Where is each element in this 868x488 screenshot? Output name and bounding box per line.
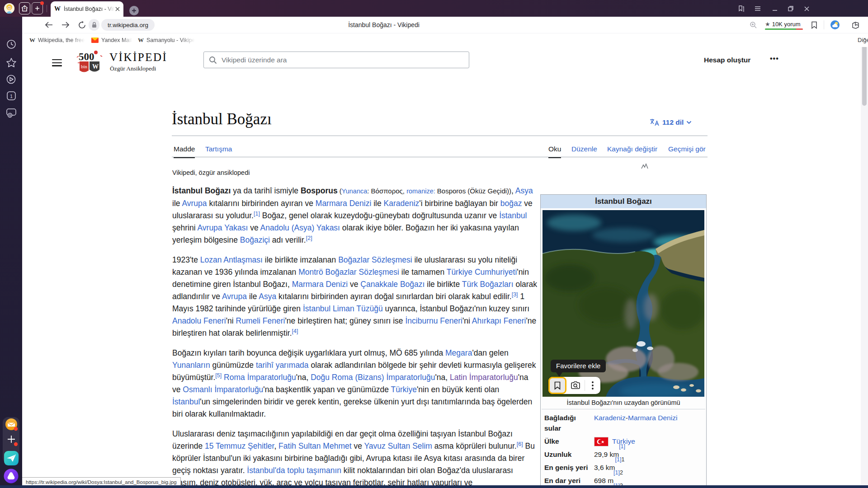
reload-button[interactable]: [76, 19, 87, 30]
zoom-page-button[interactable]: [748, 19, 759, 30]
add-to-favorites-button[interactable]: [548, 377, 566, 394]
tab-oku[interactable]: Oku: [548, 145, 561, 158]
row-value[interactable]: Türkiye: [594, 436, 706, 446]
paragraph: Uluslararası deniz taşımacılığının yapıl…: [172, 428, 538, 485]
weather-widget[interactable]: [830, 19, 840, 30]
create-account-link[interactable]: Hesap oluştur: [704, 56, 750, 64]
home-tableau-button[interactable]: 1: [19, 2, 30, 14]
infobox-row: En dar yeri 698 m [1]2: [541, 475, 706, 485]
url-text: tr.wikipedia.org: [108, 22, 148, 28]
collections-icon: [851, 21, 860, 29]
browser-tab-active[interactable]: W İstanbul Boğazı - Vikipedi: [51, 1, 123, 17]
bookmark-item-yandex-mail[interactable]: Yandex Mail: [91, 36, 132, 45]
tab-madde[interactable]: Madde: [174, 145, 195, 158]
tabs-counter-button[interactable]: 1: [0, 90, 22, 101]
infobox-rows: Bağladığı sular Karadeniz - Marmara Deni…: [541, 409, 706, 485]
collections-button[interactable]: [850, 19, 861, 30]
scrollbar-thumb[interactable]: [862, 47, 867, 106]
address-bar[interactable]: tr.wikipedia.org: [101, 19, 155, 31]
close-window-button[interactable]: [802, 4, 811, 13]
row-value: 3,6 km[1]1: [594, 462, 706, 473]
logo-500: 500: [79, 51, 94, 62]
language-selector[interactable]: 112 dil: [649, 118, 692, 127]
paragraph: Boğazın kıyıları tarih boyunca değişik u…: [172, 347, 538, 420]
paragraph: 1923'te Lozan Antlaşması ile birlikte im…: [172, 254, 538, 339]
mail-icon: [5, 418, 18, 432]
status-url-text: https://tr.wikipedia.org/wiki/Dosya:Ista…: [26, 479, 177, 485]
minimize-button[interactable]: [770, 4, 779, 13]
row-value[interactable]: Karadeniz - Marmara Denizi: [594, 413, 706, 433]
row-label: En dar yeri: [541, 475, 594, 485]
page-audio-icon[interactable]: [641, 163, 649, 169]
row-label: Uzunluk: [541, 449, 594, 460]
reload-icon: [78, 21, 86, 29]
alice-icon: [4, 469, 19, 483]
wiki-search-box[interactable]: [203, 52, 469, 68]
new-window-button[interactable]: [32, 2, 43, 14]
image-more-button[interactable]: [585, 377, 600, 394]
toolbar-separator: [824, 20, 824, 29]
bookmark-label: Samanyolu - Vikipe: [146, 37, 195, 43]
header-more-button[interactable]: •••: [770, 55, 779, 63]
tab-close-icon[interactable]: [115, 7, 120, 11]
wiki-tagline: Özgür Ansiklopedi: [110, 65, 156, 72]
kebab-menu-icon: [592, 381, 594, 389]
row-value: 698 m [1]2: [594, 475, 706, 485]
tab-gecmisi-gor[interactable]: Geçmişi gör: [668, 145, 706, 157]
menu-button[interactable]: [753, 4, 762, 13]
bookmark-label: Yandex Mail: [101, 37, 132, 43]
language-count: 112 dil: [662, 118, 684, 127]
rating-text: 10K yorum: [772, 21, 801, 28]
back-button[interactable]: [43, 19, 54, 30]
sidebar-add-button[interactable]: [0, 433, 22, 447]
side-panel-button[interactable]: [737, 4, 746, 13]
magnifier-plus-icon: [750, 21, 757, 29]
yandex-mail-button[interactable]: [0, 418, 22, 432]
close-icon: [804, 6, 810, 12]
add-bookmark-button[interactable]: [809, 19, 820, 30]
row-label: Ülke: [541, 436, 594, 446]
title-divider: [172, 136, 708, 136]
screenshot-camera-icon: [5, 108, 17, 118]
page-title: İstanbul Boğazı: [172, 110, 272, 128]
notification-dot: [40, 1, 44, 5]
alice-assistant-button[interactable]: [0, 469, 22, 483]
search-input[interactable]: [221, 56, 469, 65]
turkey-flag-icon: [594, 437, 609, 446]
bookmark-item-samanyolu[interactable]: W Samanyolu - Vikipe: [138, 36, 195, 45]
infobox-row: En geniş yeri 3,6 km[1]1: [541, 462, 706, 473]
history-button[interactable]: [0, 39, 22, 49]
messenger-button[interactable]: [0, 450, 22, 466]
bookmark-icon: [554, 381, 561, 390]
screenshot-button[interactable]: [0, 108, 22, 118]
wikipedia-500bin-logo[interactable]: 500 bin W: [75, 49, 104, 75]
bookmarks-button[interactable]: [0, 57, 22, 68]
back-arrow-icon: [44, 21, 53, 28]
tab-tartisma[interactable]: Tartışma: [205, 145, 232, 157]
row-label: En geniş yeri: [541, 462, 594, 473]
tab-kaynagi-degistir[interactable]: Kaynağı değiştir: [607, 145, 657, 157]
logo-w: W: [92, 63, 99, 70]
tooltip-pointer: [556, 372, 562, 377]
wiki-wordmark[interactable]: VİKİPEDİ: [109, 51, 167, 64]
bookmarks-more-button[interactable]: Diğer: [858, 37, 868, 43]
scrollbar-track[interactable]: [861, 47, 868, 485]
nav-page-title: İstanbul Boğazı - Vikipedi: [311, 21, 456, 28]
infobox: İstanbul Boğazı: [540, 194, 707, 485]
visual-search-button[interactable]: [566, 377, 585, 394]
new-tab-button[interactable]: [129, 6, 139, 15]
add-tile-icon: [34, 5, 41, 12]
bookmark-item-wikipedia[interactable]: W Wikipedia, the free: [29, 36, 85, 45]
bookmarks-panel-icon: [738, 5, 745, 12]
forward-button[interactable]: [60, 19, 71, 30]
paragraph: İstanbul Boğazı ya da tarihî ismiyle Bos…: [172, 185, 538, 246]
star-icon: [6, 57, 17, 68]
tab-duzenle[interactable]: Düzenle: [571, 145, 597, 157]
site-rating[interactable]: ★ 10K yorum: [765, 21, 801, 28]
infobox-image[interactable]: Favorilere ekle: [542, 210, 704, 397]
video-button[interactable]: [0, 74, 22, 84]
restore-button[interactable]: [786, 4, 795, 13]
profile-avatar[interactable]: [4, 3, 14, 14]
site-security-chip[interactable]: [89, 19, 99, 31]
wiki-menu-button[interactable]: [52, 59, 62, 66]
